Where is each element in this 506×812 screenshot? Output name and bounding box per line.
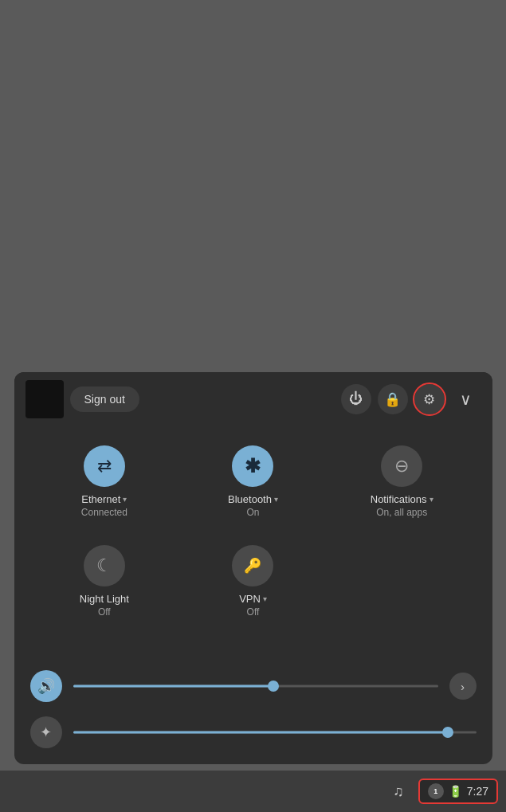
volume-slider-row: 🔊 › <box>30 670 477 702</box>
tiles-grid-bottom: ☾ Night Light Off 🔑 VPN ▾ Off <box>14 534 492 634</box>
lock-icon: 🔒 <box>384 391 401 408</box>
tiles-grid-top: ⇄ Ethernet ▾ Connected ✱ Bluetooth ▾ On … <box>14 426 492 534</box>
brightness-button[interactable]: ✦ <box>30 716 62 748</box>
taskbar-right: ♫ 1 🔋 7:27 <box>393 779 498 804</box>
notifications-dropdown-arrow: ▾ <box>430 495 433 504</box>
battery-icon: 🔋 <box>449 785 462 798</box>
tile-bluetooth[interactable]: ✱ Bluetooth ▾ On <box>178 434 328 526</box>
volume-fill <box>73 685 274 688</box>
tile-ethernet[interactable]: ⇄ Ethernet ▾ Connected <box>30 434 179 526</box>
ethernet-label: Ethernet ▾ <box>81 493 127 505</box>
media-icon[interactable]: ♫ <box>393 783 404 800</box>
system-tray[interactable]: 1 🔋 7:27 <box>418 779 498 804</box>
vpn-label: VPN ▾ <box>239 593 267 605</box>
volume-thumb[interactable] <box>268 681 279 692</box>
brightness-icon: ✦ <box>40 724 52 741</box>
notifications-sublabel: On, all apps <box>376 507 427 518</box>
sliders-section: 🔊 › ✦ <box>14 657 492 764</box>
ethernet-icon: ⇄ <box>97 456 112 477</box>
tile-night-light[interactable]: ☾ Night Light Off <box>30 534 179 626</box>
brightness-slider[interactable] <box>73 731 477 734</box>
quick-settings-panel: Sign out ⏻ 🔒 ⚙ ∨ ⇄ Ethernet ▾ Connected <box>14 372 492 764</box>
notifications-icon: ⊖ <box>394 456 409 477</box>
night-light-label: Night Light <box>80 593 129 605</box>
notifications-icon-circle: ⊖ <box>381 445 422 487</box>
vpn-icon-circle: 🔑 <box>232 545 273 586</box>
volume-icon: 🔊 <box>37 677 55 695</box>
night-light-icon-circle: ☾ <box>84 545 125 586</box>
notification-count-badge: 1 <box>428 783 444 799</box>
chevron-down-icon: ∨ <box>460 390 472 409</box>
volume-slider[interactable] <box>73 685 438 688</box>
bluetooth-icon: ✱ <box>245 455 261 477</box>
ethernet-dropdown-arrow: ▾ <box>123 495 127 504</box>
bluetooth-label: Bluetooth ▾ <box>228 493 278 505</box>
header-row: Sign out ⏻ 🔒 ⚙ ∨ <box>14 372 492 426</box>
vpn-dropdown-arrow: ▾ <box>263 594 267 603</box>
chevron-right-icon: › <box>461 680 465 693</box>
taskbar: ♫ 1 🔋 7:27 <box>0 771 506 812</box>
volume-expand-button[interactable]: › <box>449 673 477 700</box>
vpn-icon: 🔑 <box>244 557 261 575</box>
brightness-slider-row: ✦ <box>30 716 477 748</box>
vpn-sublabel: Off <box>247 606 260 618</box>
power-button[interactable]: ⏻ <box>341 384 371 414</box>
sign-out-button[interactable]: Sign out <box>70 386 139 412</box>
night-light-sublabel: Off <box>98 606 111 618</box>
bluetooth-icon-circle: ✱ <box>232 445 273 487</box>
night-light-icon: ☾ <box>96 555 112 576</box>
tile-notifications[interactable]: ⊖ Notifications ▾ On, all apps <box>328 434 477 526</box>
settings-button[interactable]: ⚙ <box>414 384 445 414</box>
ethernet-icon-circle: ⇄ <box>84 445 125 487</box>
bluetooth-dropdown-arrow: ▾ <box>274 495 278 504</box>
settings-icon: ⚙ <box>423 391 435 408</box>
lock-button[interactable]: 🔒 <box>378 384 408 414</box>
collapse-button[interactable]: ∨ <box>451 384 481 414</box>
clock: 7:27 <box>467 785 488 798</box>
ethernet-sublabel: Connected <box>81 507 127 518</box>
bluetooth-sublabel: On <box>246 507 259 518</box>
avatar <box>25 380 64 418</box>
brightness-fill <box>73 732 449 734</box>
brightness-thumb[interactable] <box>442 727 453 738</box>
notifications-label: Notifications ▾ <box>371 493 433 505</box>
volume-button[interactable]: 🔊 <box>30 670 62 702</box>
tile-empty <box>328 534 477 626</box>
power-icon: ⏻ <box>349 391 363 407</box>
tile-vpn[interactable]: 🔑 VPN ▾ Off <box>178 534 328 626</box>
